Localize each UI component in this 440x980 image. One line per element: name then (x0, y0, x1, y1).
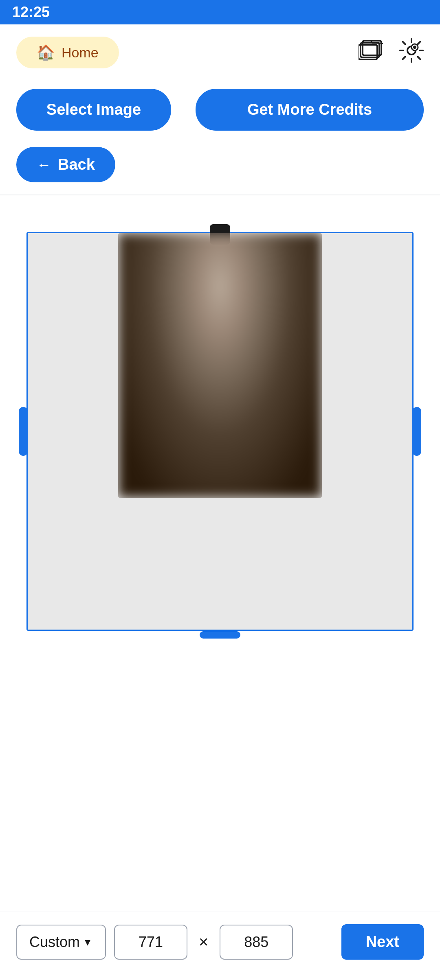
crop-handle-bottom[interactable] (200, 631, 240, 639)
crop-handle-left[interactable] (19, 407, 28, 456)
height-input[interactable] (220, 925, 293, 960)
bottom-toolbar: Custom ▾ × Next (0, 912, 440, 980)
bottom-spacer (0, 655, 440, 737)
back-button-row: ← Back (0, 143, 440, 195)
photo-blur-overlay (118, 233, 322, 498)
next-button[interactable]: Next (341, 924, 424, 960)
crop-handle-right[interactable] (412, 407, 421, 456)
crop-container (0, 208, 440, 655)
select-image-button[interactable]: Select Image (16, 89, 171, 131)
dropdown-label: Custom (29, 934, 80, 951)
home-icon: 🏠 (37, 44, 55, 61)
back-arrow-icon: ← (37, 156, 51, 173)
crop-frame[interactable] (26, 232, 414, 631)
svg-point-5 (413, 46, 416, 49)
nav-bar: 🏠 Home (0, 24, 440, 81)
home-label: Home (62, 45, 99, 61)
folders-button[interactable] (359, 40, 383, 65)
width-input[interactable] (114, 925, 187, 960)
divider (0, 195, 440, 195)
back-label: Back (58, 156, 95, 173)
photo-preview (118, 233, 322, 498)
get-more-credits-button[interactable]: Get More Credits (196, 89, 424, 131)
home-button[interactable]: 🏠 Home (16, 37, 119, 68)
action-buttons: Select Image Get More Credits (0, 81, 440, 143)
chevron-down-icon: ▾ (85, 935, 90, 949)
nav-icons (359, 38, 424, 67)
dimension-separator: × (196, 933, 211, 951)
status-bar: 12:25 (0, 0, 440, 24)
back-button[interactable]: ← Back (16, 147, 115, 182)
settings-button[interactable] (399, 38, 424, 67)
custom-dropdown[interactable]: Custom ▾ (16, 925, 106, 960)
status-time: 12:25 (12, 4, 50, 21)
